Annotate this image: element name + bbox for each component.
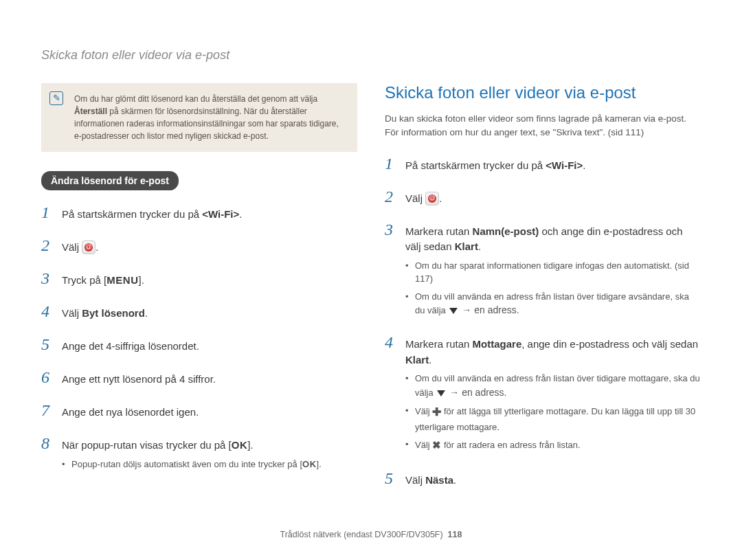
sub-bullet: Välj ✚ för att lägga till ytterligare mo… [405,404,701,434]
bold-text: Nästa [425,474,453,486]
menu-label: MENU [106,274,138,286]
step-3: 3 Markera rutan Namn(e-post) och ange di… [385,217,701,322]
bold-text: Mottagare [473,338,522,350]
sub-text: för att radera en adress från listan. [441,440,580,450]
step-text: Tryck på [ [62,274,106,286]
step-num: 8 [41,431,54,456]
step-4: 4 Markera rutan Mottagare, ange din e-po… [385,330,701,458]
step-text: Markera rutan [405,225,473,237]
step-text: ]. [247,439,253,451]
step-text: På startskärmen trycker du på [405,159,546,171]
footer-text: Trådlöst nätverk (endast DV300F/DV305F) [280,530,443,539]
plus-icon: ✚ [432,404,441,421]
step-num: 3 [385,217,397,242]
step-text: På startskärmen trycker du på [62,208,202,220]
sub-bullet: Om du har sparat informationen tidigare … [405,259,701,286]
bold-text: Klart [455,240,478,252]
sub-bullets: Om du har sparat informationen tidigare … [405,259,701,318]
step-num: 5 [385,466,397,491]
step-num: 6 [41,365,54,390]
step-4: 4 Välj Byt lösenord. [41,299,357,324]
step-text: Ange det 4-siffriga lösenordet. [62,339,357,355]
step-text: . [429,354,431,366]
ok-label: OK [302,459,317,469]
sub-bullet: Om du vill använda en adress från listan… [405,372,701,400]
note-box: ✎ Om du har glömt ditt lösenord kan du å… [41,83,357,152]
sub-bullets: Popup-rutan döljs automatiskt även om du… [62,458,357,471]
note-text-1: Om du har glömt ditt lösenord kan du åte… [74,94,317,104]
step-num: 5 [41,332,54,357]
sub-text: Popup-rutan döljs automatiskt även om du… [71,459,302,469]
step-1: 1 På startskärmen trycker du på <Wi-Fi>. [385,151,701,176]
step-text: . [453,474,456,486]
step-7: 7 Ange det nya lösenordet igen. [41,398,357,423]
ok-label: OK [232,439,248,451]
step-text: Markera rutan [405,338,473,350]
x-icon: ✖ [432,438,441,453]
note-bold: Återställ [74,107,107,116]
step-1: 1 På startskärmen trycker du på <Wi-Fi>. [41,200,357,225]
sub-bullet: Popup-rutan döljs automatiskt även om du… [62,458,357,471]
step-5: 5 Ange det 4-siffriga lösenordet. [41,332,357,357]
bold-text: Klart [405,354,429,366]
sub-text: ]. [317,459,322,469]
sub-bullets: Om du vill använda en adress från listan… [405,372,701,453]
sub-bullet: Om du vill använda en adress från listan… [405,290,701,318]
section-title: Skicka foton eller videor via e-post [385,83,701,102]
step-5: 5 Välj Nästa. [385,466,701,491]
right-steps: 1 På startskärmen trycker du på <Wi-Fi>.… [385,151,701,491]
triangle-down-icon [437,390,445,396]
step-num: 4 [41,299,54,324]
wifi-label: <Wi-Fi> [546,159,583,171]
arrow-text: → en adress. [447,387,506,398]
step-text: . [95,241,98,253]
sub-text: Välj [415,440,432,450]
step-text: . [239,208,242,220]
left-steps: 1 På startskärmen trycker du på <Wi-Fi>.… [41,200,357,475]
note-text-2: på skärmen för lösenordsinställning. När… [74,107,339,141]
step-2: 2 Välj @. [41,233,357,258]
step-3: 3 Tryck på [MENU]. [41,266,357,291]
step-text: ]. [138,274,144,286]
step-text: . [478,240,481,252]
arrow-text: → en adress. [459,304,519,315]
step-text: Välj [62,307,82,319]
wifi-label: <Wi-Fi> [202,208,239,220]
sub-bullet: Välj ✖ för att radera en adress från lis… [405,438,701,453]
step-text: Ange det nya lösenordet igen. [62,405,357,421]
step-text: . [583,159,585,171]
triangle-down-icon [449,308,458,314]
step-num: 2 [41,233,54,258]
page-header: Skicka foton eller videor via e-post [41,48,701,63]
note-icon: ✎ [49,91,63,105]
step-num: 1 [41,200,54,225]
email-icon: @ [425,192,439,205]
bold-text: Byt lösenord [82,307,145,319]
step-8: 8 När popup-rutan visas trycker du på [O… [41,431,357,475]
right-column: Skicka foton eller videor via e-post Du … [385,83,701,499]
step-text: Välj [62,241,82,253]
step-2: 2 Välj @. [385,184,701,209]
bold-text: Namn(e-post) [473,225,539,237]
page-footer: Trådlöst nätverk (endast DV300F/DV305F) … [0,530,742,539]
sub-text: Välj [415,406,432,416]
step-text: Välj [405,474,425,486]
step-6: 6 Ange ett nytt lösenord på 4 siffror. [41,365,357,390]
page-number: 118 [448,530,462,539]
step-num: 2 [385,184,397,209]
section-pill-change-password: Ändra lösenord för e-post [41,171,179,190]
step-num: 7 [41,398,54,423]
step-text: När popup-rutan visas trycker du på [ [62,439,232,451]
step-text: Ange ett nytt lösenord på 4 siffror. [62,372,357,388]
step-text: . [145,307,148,319]
step-num: 3 [41,266,54,291]
email-icon: @ [82,240,95,254]
step-text: Välj [405,192,425,204]
step-text: . [439,192,442,204]
left-column: ✎ Om du har glömt ditt lösenord kan du å… [41,83,357,499]
sub-text: för att lägga till ytterligare mottagare… [415,406,695,432]
step-num: 1 [385,151,397,176]
section-intro: Du kan skicka foton eller videor som fin… [385,112,701,140]
step-num: 4 [385,330,397,355]
step-text: , ange din e-postadress och välj sedan [521,338,698,350]
